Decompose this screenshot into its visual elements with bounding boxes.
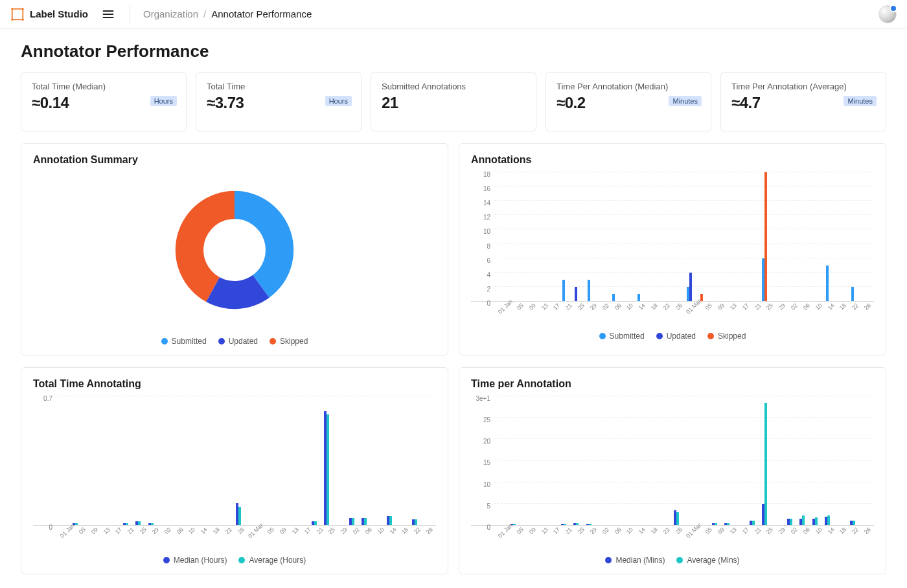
hamburger-icon <box>102 8 115 21</box>
legend-label: Average (Hours) <box>249 556 306 565</box>
bar <box>513 524 516 525</box>
bar <box>727 523 729 525</box>
svg-rect-2 <box>22 8 24 10</box>
time-per-legend: Median (Mins)Average (Mins) <box>471 556 874 565</box>
legend-dot <box>163 557 170 563</box>
bar <box>238 507 241 525</box>
legend-dot <box>605 557 612 563</box>
svg-rect-4 <box>22 18 24 20</box>
total-time-bar-chart: 00.701 Jan050913172125290206101418222601… <box>33 396 436 541</box>
chart-row-2: Total Time Annotating 00.701 Jan05091317… <box>21 367 886 574</box>
user-avatar[interactable] <box>878 5 897 23</box>
legend-dot <box>676 557 683 563</box>
bar <box>764 403 767 525</box>
chart-title: Total Time Annotating <box>33 378 436 390</box>
legend-label: Submitted <box>610 332 645 341</box>
kpi-label: Submitted Annotations <box>382 82 525 91</box>
legend-label: Skipped <box>280 337 308 346</box>
bar <box>364 518 367 525</box>
svg-rect-0 <box>12 8 23 19</box>
legend-item: Updated <box>656 332 696 341</box>
legend-label: Skipped <box>718 332 746 341</box>
kpi-unit-badge: Minutes <box>669 96 702 106</box>
bar <box>637 294 640 301</box>
breadcrumb-org[interactable]: Organization <box>143 8 198 19</box>
legend-dot <box>599 333 606 339</box>
kpi-unit-badge: Minutes <box>844 96 877 106</box>
legend-dot <box>218 338 225 345</box>
kpi-label: Total Time (Median) <box>32 82 176 91</box>
legend-item: Median (Hours) <box>163 556 227 565</box>
kpi-unit-badge: Hours <box>150 96 177 106</box>
time-per-card: Time per Annotation 05101520253e+101 Jan… <box>459 367 886 574</box>
kpi-row: Total Time (Median)≈0.14HoursTotal Time≈… <box>21 72 886 131</box>
bar <box>790 519 792 525</box>
legend-dot <box>656 333 663 339</box>
kpi-label: Time Per Annotation (Average) <box>731 82 875 91</box>
chart-title: Time per Annotation <box>471 378 874 390</box>
bar <box>562 280 565 301</box>
legend-dot <box>270 338 276 345</box>
legend-dot <box>707 333 714 339</box>
bar <box>764 172 767 301</box>
time-per-bar-chart: 05101520253e+101 Jan05091317212529020610… <box>471 396 874 541</box>
kpi-card: Total Time≈3.73Hours <box>196 72 362 131</box>
chart-title: Annotations <box>471 154 874 166</box>
bar <box>352 518 354 525</box>
breadcrumb-sep: / <box>203 8 206 19</box>
bar <box>415 519 417 525</box>
bar <box>327 414 329 525</box>
bar <box>589 524 591 525</box>
chart-title: Annotation Summary <box>33 154 436 166</box>
bar <box>853 521 855 525</box>
donut-chart <box>157 172 312 328</box>
kpi-card: Total Time (Median)≈0.14Hours <box>21 72 187 131</box>
bar <box>612 294 615 301</box>
total-time-card: Total Time Annotating 00.701 Jan05091317… <box>21 367 448 574</box>
bar <box>314 521 317 525</box>
legend-item: Submitted <box>599 332 645 341</box>
logo[interactable]: Label Studio <box>10 7 88 21</box>
kpi-value: 21 <box>382 94 525 112</box>
page-content: Annotator Performance Total Time (Median… <box>0 28 907 588</box>
annotations-bar-chart: 02468101214161801 Jan0509131721252902061… <box>471 172 874 317</box>
breadcrumb-current: Annotator Performance <box>211 8 312 19</box>
kpi-card: Time Per Annotation (Average)≈4.7Minutes <box>720 72 886 131</box>
app-name: Label Studio <box>30 8 88 19</box>
divider <box>130 5 130 24</box>
legend-label: Median (Hours) <box>174 556 227 565</box>
bar <box>126 523 128 525</box>
legend-label: Updated <box>667 332 696 341</box>
menu-button[interactable] <box>100 6 117 23</box>
bar <box>851 287 854 301</box>
annotation-summary-card: Annotation Summary SubmittedUpdatedSkipp… <box>21 143 448 356</box>
legend-item: Updated <box>218 337 258 346</box>
bar <box>389 516 392 525</box>
chart-row-1: Annotation Summary SubmittedUpdatedSkipp… <box>21 143 886 356</box>
page-title: Annotator Performance <box>21 41 886 62</box>
legend-label: Submitted <box>172 337 207 346</box>
svg-rect-3 <box>11 18 13 20</box>
svg-rect-1 <box>11 8 13 10</box>
breadcrumb: Organization / Annotator Performance <box>143 8 312 19</box>
kpi-card: Time Per Annotation (Median)≈0.2Minutes <box>545 72 711 131</box>
bar <box>802 515 805 525</box>
bar <box>575 287 577 301</box>
bar <box>564 524 566 525</box>
bar <box>815 517 818 525</box>
total-time-legend: Median (Hours)Average (Hours) <box>33 556 436 565</box>
bar <box>715 523 717 525</box>
legend-item: Submitted <box>161 337 207 346</box>
app-header: Label Studio Organization / Annotator Pe… <box>0 0 907 28</box>
bar <box>752 521 755 525</box>
legend-item: Skipped <box>270 337 308 346</box>
kpi-label: Total Time <box>207 82 350 91</box>
bar <box>576 523 579 525</box>
kpi-unit-badge: Hours <box>325 96 352 106</box>
bar <box>700 294 703 301</box>
legend-dot <box>238 557 245 563</box>
bar <box>826 266 829 301</box>
kpi-card: Submitted Annotations21 <box>371 72 536 131</box>
legend-item: Median (Mins) <box>605 556 665 565</box>
bar <box>138 521 141 525</box>
